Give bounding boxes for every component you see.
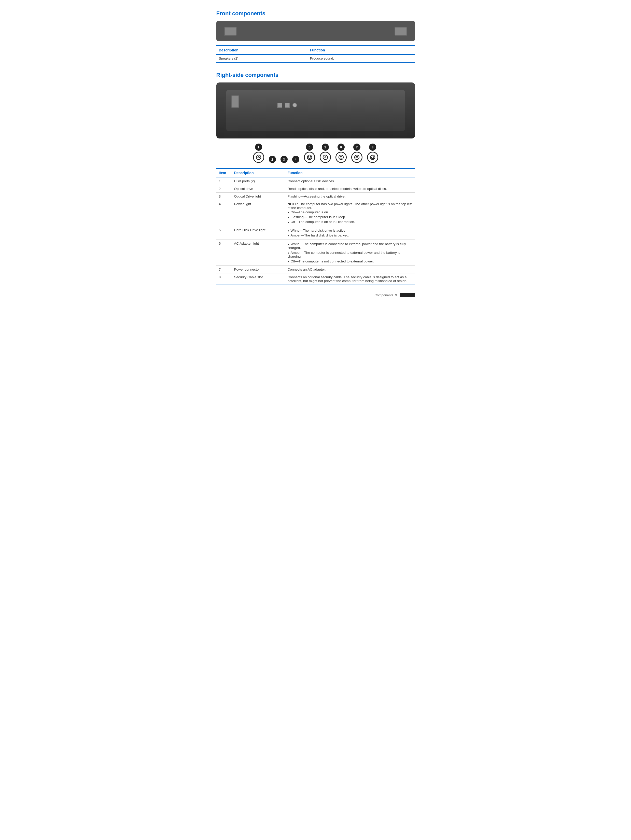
right-laptop-image — [216, 82, 415, 139]
row-func-7: Connects an AC adapter. — [285, 266, 415, 273]
row-desc-4: Power light — [232, 201, 285, 226]
note-text-4: The computer has two power lights. The o… — [288, 202, 412, 210]
front-row-function: Produce sound. — [308, 54, 415, 62]
speaker-right-icon — [394, 27, 407, 36]
right-col-description: Description — [232, 169, 285, 177]
list-item: Flashing—The computer is in Sleep. — [288, 215, 412, 219]
front-col-function: Function — [308, 46, 415, 55]
hdd-icon — [304, 152, 315, 163]
row-func-8: Connects an optional security cable. The… — [285, 273, 415, 285]
icon-item-3: 3 — [281, 156, 288, 163]
table-row: 5 Hard Disk Drive light White—The hard d… — [216, 226, 415, 240]
list-item: On—The computer is on. — [288, 210, 412, 215]
num-badge-1: 1 — [255, 144, 262, 151]
list-item: White—The hard disk drive is active. — [288, 228, 412, 233]
table-row: 6 AC Adapter light White—The computer is… — [216, 240, 415, 266]
front-row-description: Speakers (2) — [216, 54, 308, 62]
front-components-title: Front components — [216, 10, 415, 17]
list-item: Off—The computer is not connected to ext… — [288, 259, 412, 264]
table-row: 3 Optical Drive light Flashing—Accessing… — [216, 193, 415, 201]
num-badge-6: 6 — [338, 144, 345, 151]
ac-connector-icon — [351, 152, 363, 163]
table-row: 8 Security Cable slot Connects an option… — [216, 273, 415, 285]
row-item-5: 5 — [216, 226, 232, 240]
svg-line-3 — [259, 157, 260, 158]
row-func-2: Reads optical discs and, on select model… — [285, 185, 415, 193]
note-label-4: NOTE: — [288, 202, 298, 206]
right-components-table: Item Description Function 1 USB ports (2… — [216, 168, 415, 285]
row-desc-1: USB ports (2) — [232, 177, 285, 185]
power-connector-icon — [336, 152, 347, 163]
row-func-5: White—The hard disk drive is active. Amb… — [285, 226, 415, 240]
table-row: 7 Power connector Connects an AC adapter… — [216, 266, 415, 273]
row-desc-2: Optical drive — [232, 185, 285, 193]
func-list-4: On—The computer is on. Flashing—The comp… — [288, 210, 412, 224]
table-row: 2 Optical drive Reads optical discs and,… — [216, 185, 415, 193]
func-list-5: White—The hard disk drive is active. Amb… — [288, 228, 412, 238]
svg-point-0 — [256, 155, 261, 159]
page-footer: Components 9 — [216, 293, 415, 297]
icon-item-1b: 1 — [320, 144, 331, 163]
right-laptop-body — [226, 90, 405, 131]
icon-item-7: 7 — [351, 144, 363, 163]
front-components-table: Description Function Speakers (2) Produc… — [216, 45, 415, 63]
speaker-left-icon — [224, 27, 237, 36]
svg-point-12 — [355, 155, 359, 159]
security-lock-icon — [367, 152, 378, 163]
list-item: Amber—The computer is connected to exter… — [288, 250, 412, 259]
svg-point-5 — [308, 156, 311, 159]
svg-line-2 — [257, 157, 258, 158]
right-col-function: Function — [285, 169, 415, 177]
num-badge-2: 2 — [269, 156, 276, 163]
func-list-6: White—The computer is connected to exter… — [288, 242, 412, 264]
row-desc-5: Hard Disk Drive light — [232, 226, 285, 240]
front-table-row: Speakers (2) Produce sound. — [216, 54, 415, 62]
row-item-1: 1 — [216, 177, 232, 185]
num-badge-7: 7 — [353, 144, 360, 151]
footer-text: Components — [374, 293, 393, 297]
svg-rect-17 — [372, 157, 374, 159]
footer-page-number: 9 — [395, 293, 397, 297]
row-item-7: 7 — [216, 266, 232, 273]
footer-bar — [400, 293, 415, 297]
row-item-6: 6 — [216, 240, 232, 266]
row-desc-6: AC Adapter light — [232, 240, 285, 266]
row-desc-8: Security Cable slot — [232, 273, 285, 285]
row-item-3: 3 — [216, 193, 232, 201]
row-desc-7: Power connector — [232, 266, 285, 273]
icon-item-4: 4 — [292, 156, 299, 163]
row-func-4: NOTE: The computer has two power lights.… — [285, 201, 415, 226]
row-func-6: White—The computer is connected to exter… — [285, 240, 415, 266]
right-col-item: Item — [216, 169, 232, 177]
row-item-4: 4 — [216, 201, 232, 226]
table-row: 1 USB ports (2) Connect optional USB dev… — [216, 177, 415, 185]
icon-item-2: 2 — [269, 156, 276, 163]
row-func-1: Connect optional USB devices. — [285, 177, 415, 185]
list-item: White—The computer is connected to exter… — [288, 242, 412, 250]
num-badge-4: 4 — [292, 156, 299, 163]
icon-item-1: 1 — [253, 144, 264, 163]
row-func-3: Flashing—Accessing the optical drive. — [285, 193, 415, 201]
icon-item-8: 8 — [367, 144, 378, 163]
front-laptop-image — [216, 21, 415, 41]
num-badge-5: 5 — [306, 144, 313, 151]
front-col-description: Description — [216, 46, 308, 55]
list-item: Amber—The hard disk drive is parked. — [288, 233, 412, 238]
list-item: Off—The computer is off or in Hibernatio… — [288, 219, 412, 224]
row-desc-3: Optical Drive light — [232, 193, 285, 201]
svg-point-10 — [340, 156, 342, 158]
row-item-2: 2 — [216, 185, 232, 193]
component-icons-row: 1 2 3 4 5 1 6 7 — [216, 144, 415, 163]
svg-point-7 — [323, 155, 328, 159]
table-row: 4 Power light NOTE: The computer has two… — [216, 201, 415, 226]
row-item-8: 8 — [216, 273, 232, 285]
num-badge-1b: 1 — [322, 144, 329, 151]
right-components-title: Right-side components — [216, 72, 415, 78]
icon-item-5: 5 — [304, 144, 315, 163]
num-badge-3: 3 — [281, 156, 288, 163]
usb-icon — [253, 152, 264, 163]
usb2-icon — [320, 152, 331, 163]
svg-rect-13 — [356, 156, 358, 158]
num-badge-8: 8 — [369, 144, 376, 151]
icon-item-6: 6 — [336, 144, 347, 163]
